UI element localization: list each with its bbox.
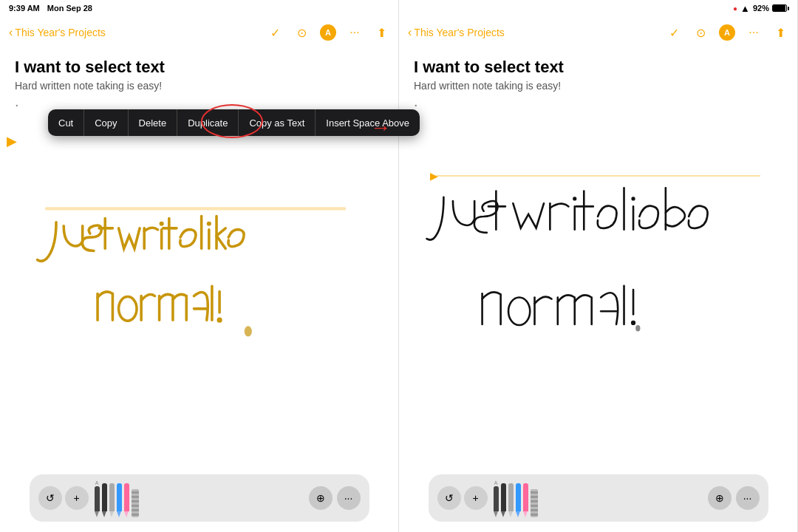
pen-tools-right: A	[494, 479, 538, 517]
checkmark-icon-left[interactable]: ✓	[267, 24, 283, 41]
more-icon-left[interactable]: ···	[347, 24, 363, 41]
svg-point-5	[245, 326, 252, 336]
svg-point-4	[217, 318, 222, 323]
note-dot-right: .	[414, 93, 782, 110]
checkmark-icon-right[interactable]: ✓	[666, 24, 682, 41]
svg-rect-0	[45, 207, 347, 210]
profile-icon-right[interactable]: A	[719, 24, 735, 41]
undo-button-left[interactable]: ↺	[38, 486, 62, 510]
plus-circle-right[interactable]: ⊕	[708, 486, 732, 510]
nav-icons-right: ✓ ⊙ A ··· ⬆	[666, 24, 788, 41]
back-chevron-right: ‹	[408, 26, 412, 39]
arrow-right: →	[370, 116, 391, 140]
share-icon-left[interactable]: ⬆	[373, 24, 389, 41]
status-bar-right: ● ▲ 92%	[733, 3, 789, 14]
context-cut[interactable]: Cut	[48, 109, 84, 136]
context-menu: Cut Copy Delete Duplicate Copy as Text I…	[48, 109, 420, 136]
pen-ruler-right[interactable]	[531, 489, 538, 517]
pen-blue-right[interactable]	[516, 483, 521, 517]
note-title-right: I want to select text	[414, 58, 782, 77]
battery-icon	[772, 4, 789, 12]
note-dot-left: .	[15, 93, 383, 110]
nav-bar-left: ‹ This Year's Projects ✓ ⊙ A ··· ⬆	[0, 16, 398, 49]
toolbar-right-right: ⊕ ···	[708, 486, 760, 510]
svg-point-9	[631, 321, 635, 325]
pen-tools-left: A	[95, 479, 139, 517]
nav-bar-right: ‹ This Year's Projects ✓ ⊙ A ··· ⬆	[399, 16, 797, 49]
camera-icon-right[interactable]: ⊙	[692, 24, 709, 41]
date: Mon Sep 28	[47, 4, 92, 13]
add-button-right[interactable]: +	[464, 486, 488, 510]
add-button-left[interactable]: +	[65, 486, 89, 510]
svg-point-7	[631, 197, 635, 200]
wifi-icon: ▲	[740, 3, 750, 14]
svg-point-10	[635, 325, 640, 331]
recording-indicator: ●	[733, 4, 737, 13]
back-label-left: This Year's Projects	[15, 27, 106, 38]
note-subtitle-left: Hard written note taking is easy!	[15, 80, 383, 92]
toolbar-right: ↺ + A	[429, 474, 768, 522]
context-delete[interactable]: Delete	[129, 109, 178, 136]
pen-b-left[interactable]	[102, 483, 107, 517]
note-title-left: I want to select text	[15, 58, 383, 77]
handwriting-area-left[interactable]	[15, 129, 376, 458]
pen-a-right[interactable]: A	[494, 480, 499, 517]
time: 9:39 AM	[9, 4, 40, 13]
svg-point-2	[207, 222, 211, 226]
toolbar-left-tools: ↺ + A	[38, 479, 139, 517]
pen-pink-left[interactable]	[124, 483, 129, 517]
svg-point-1	[160, 222, 164, 226]
toolbar-left: ↺ + A	[30, 474, 369, 522]
pen-blue-left[interactable]	[117, 483, 122, 517]
panel-right: ‹ This Year's Projects ✓ ⊙ A ··· ⬆ I wan…	[399, 0, 798, 532]
back-chevron-left: ‹	[9, 26, 13, 39]
back-label-right: This Year's Projects	[414, 27, 505, 38]
handwriting-svg-right	[436, 137, 775, 458]
context-duplicate[interactable]: Duplicate	[177, 109, 239, 136]
ellipsis-right[interactable]: ···	[736, 486, 760, 510]
pen-a-left[interactable]: A	[95, 480, 100, 517]
status-bar: 9:39 AM Mon Sep 28 ● ▲ 92%	[0, 0, 798, 16]
svg-point-3	[119, 297, 137, 321]
toolbar-right-left: ↺ + A	[437, 479, 538, 517]
battery-percent: 92%	[753, 4, 769, 13]
profile-icon-left[interactable]: A	[320, 24, 336, 41]
camera-icon-left[interactable]: ⊙	[293, 24, 310, 41]
pen-c-right[interactable]	[508, 483, 514, 517]
nav-icons-left: ✓ ⊙ A ··· ⬆	[267, 24, 389, 41]
selection-handle-left: ▶	[7, 133, 17, 149]
more-icon-right[interactable]: ···	[746, 24, 762, 41]
svg-point-6	[573, 197, 576, 200]
panel-left: ‹ This Year's Projects ✓ ⊙ A ··· ⬆ I wan…	[0, 0, 399, 532]
pen-b-right[interactable]	[501, 483, 506, 517]
svg-point-8	[508, 298, 530, 326]
back-button-left[interactable]: ‹ This Year's Projects	[9, 26, 106, 39]
undo-button-right[interactable]: ↺	[437, 486, 461, 510]
handwriting-svg-left	[15, 129, 376, 458]
back-button-right[interactable]: ‹ This Year's Projects	[408, 26, 505, 39]
handwriting-area-right[interactable]	[436, 137, 775, 458]
context-copy-as-text[interactable]: Copy as Text	[239, 109, 316, 136]
plus-circle-left[interactable]: ⊕	[309, 486, 332, 510]
pen-pink-right[interactable]	[523, 483, 528, 517]
toolbar-right-tools: ⊕ ···	[309, 486, 361, 510]
pen-ruler-left[interactable]	[132, 489, 139, 517]
pen-c-left[interactable]	[109, 483, 115, 517]
share-icon-right[interactable]: ⬆	[772, 24, 788, 41]
status-bar-left: 9:39 AM Mon Sep 28	[9, 4, 92, 13]
context-insert-space[interactable]: Insert Space Above	[316, 109, 420, 136]
note-subtitle-right: Hard written note taking is easy!	[414, 80, 782, 92]
context-copy[interactable]: Copy	[84, 109, 128, 136]
ellipsis-left[interactable]: ···	[337, 486, 361, 510]
